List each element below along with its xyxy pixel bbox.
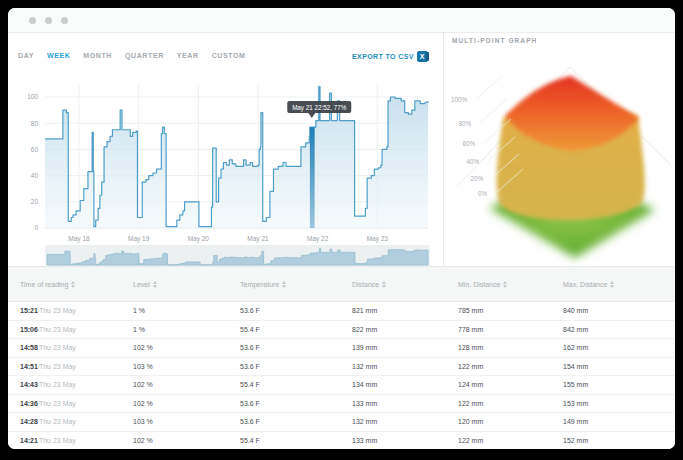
surface-z-label: 40% xyxy=(466,158,479,165)
cell-min-distance: 785 mm xyxy=(458,307,563,314)
y-axis-label: 60 xyxy=(31,146,39,153)
sort-icon[interactable] xyxy=(503,281,507,288)
readings-table: Time of reading Level Temperature Distan… xyxy=(8,266,675,449)
cell-max-distance: 152 mm xyxy=(563,437,675,444)
cell-max-distance: 155 mm xyxy=(563,381,675,388)
window-titlebar xyxy=(8,8,675,33)
tab-year[interactable]: YEAR xyxy=(177,52,199,59)
cell-temperature: 53.6 F xyxy=(240,344,352,351)
cell-level: 102 % xyxy=(133,437,240,444)
x-axis-label: May 20 xyxy=(188,235,210,243)
cell-distance: 821 mm xyxy=(352,307,458,314)
cell-distance: 133 mm xyxy=(352,400,458,407)
surface-z-label: 0% xyxy=(478,190,488,197)
app-window: DAY WEEK MONTH QUARTER YEAR CUSTOM EXPOR… xyxy=(8,8,675,449)
sort-icon[interactable] xyxy=(153,281,157,288)
tab-week[interactable]: WEEK xyxy=(47,52,70,59)
area-series-outline xyxy=(45,87,428,227)
table-row[interactable]: 14:36Thu 23 May102 %53.6 F133 mm122 mm15… xyxy=(8,395,675,414)
cell-max-distance: 154 mm xyxy=(563,363,675,370)
surface-z-label: 60% xyxy=(462,140,475,147)
cell-temperature: 55.4 F xyxy=(240,381,352,388)
cell-min-distance: 122 mm xyxy=(458,400,563,407)
cell-distance: 133 mm xyxy=(352,437,458,444)
sort-icon[interactable] xyxy=(610,281,614,288)
close-button[interactable] xyxy=(29,17,36,24)
chart-overview-brush[interactable] xyxy=(45,245,430,267)
cell-max-distance: 842 mm xyxy=(563,326,675,333)
cell-time-of-reading: 14:51Thu 23 May xyxy=(20,363,133,370)
selected-data-bar[interactable] xyxy=(310,127,315,228)
cell-max-distance: 840 mm xyxy=(563,307,675,314)
surface-z-label: 80% xyxy=(458,120,471,127)
area-series xyxy=(45,87,428,228)
cell-temperature: 53.6 F xyxy=(240,400,352,407)
column-header-max-distance[interactable]: Max. Distance xyxy=(563,281,675,288)
cell-temperature: 53.6 F xyxy=(240,418,352,425)
cell-max-distance: 149 mm xyxy=(563,418,675,425)
cell-distance: 132 mm xyxy=(352,363,458,370)
y-axis-label: 80 xyxy=(31,120,39,127)
x-axis-label: May 23 xyxy=(367,235,389,243)
sort-icon[interactable] xyxy=(382,281,386,288)
cell-min-distance: 124 mm xyxy=(458,381,563,388)
week-area-chart[interactable]: 020406080100May 18May 19May 20May 21May … xyxy=(8,72,443,244)
cell-level: 1 % xyxy=(133,307,240,314)
cell-level: 102 % xyxy=(133,400,240,407)
table-row[interactable]: 14:43Thu 23 May102 %55.4 F134 mm124 mm15… xyxy=(8,376,675,395)
surface-z-label: 100% xyxy=(451,96,468,103)
minimize-button[interactable] xyxy=(45,17,52,24)
cell-time-of-reading: 14:58Thu 23 May xyxy=(20,344,133,351)
cell-level: 103 % xyxy=(133,363,240,370)
x-axis-label: May 18 xyxy=(68,235,90,243)
tab-month[interactable]: MONTH xyxy=(83,52,112,59)
cell-distance: 139 mm xyxy=(352,344,458,351)
cell-min-distance: 128 mm xyxy=(458,344,563,351)
cell-max-distance: 153 mm xyxy=(563,400,675,407)
table-row[interactable]: 15:06Thu 23 May1 %55.4 F822 mm778 mm842 … xyxy=(8,321,675,340)
table-row[interactable]: 14:21Thu 23 May102 %55.4 F133 mm122 mm15… xyxy=(8,432,675,450)
chart-tooltip: May 21 22:52, 77% xyxy=(287,101,351,118)
multi-point-graph-title: MULTI-POINT GRAPH xyxy=(452,37,537,44)
cell-time-of-reading: 14:28Thu 23 May xyxy=(20,418,133,425)
cell-distance: 132 mm xyxy=(352,418,458,425)
sort-icon[interactable] xyxy=(71,281,75,288)
column-header-distance[interactable]: Distance xyxy=(352,281,458,288)
multi-point-surface-chart: 100%80%60%40%20%0% xyxy=(443,50,675,266)
cell-temperature: 55.4 F xyxy=(240,437,352,444)
tab-quarter[interactable]: QUARTER xyxy=(125,52,164,59)
surface-z-label: 20% xyxy=(470,175,483,182)
cell-level: 102 % xyxy=(133,381,240,388)
cell-level: 103 % xyxy=(133,418,240,425)
cell-distance: 134 mm xyxy=(352,381,458,388)
tab-day[interactable]: DAY xyxy=(18,52,34,59)
maximize-button[interactable] xyxy=(61,17,68,24)
tab-custom[interactable]: CUSTOM xyxy=(212,52,246,59)
table-row[interactable]: 14:28Thu 23 May103 %53.6 F132 mm120 mm14… xyxy=(8,413,675,432)
cell-min-distance: 120 mm xyxy=(458,418,563,425)
excel-icon: X xyxy=(417,51,428,62)
table-row[interactable]: 15:21Thu 23 May1 %53.6 F821 mm785 mm840 … xyxy=(8,302,675,321)
cell-distance: 822 mm xyxy=(352,326,458,333)
sort-icon[interactable] xyxy=(282,281,286,288)
column-header-time[interactable]: Time of reading xyxy=(20,281,133,288)
cell-temperature: 55.4 F xyxy=(240,326,352,333)
export-to-csv-button[interactable]: EXPORT TO CSV X xyxy=(352,51,428,62)
tooltip-text: May 21 22:52, 77% xyxy=(292,104,347,112)
cell-time-of-reading: 15:21Thu 23 May xyxy=(20,307,133,314)
column-header-min-distance[interactable]: Min. Distance xyxy=(458,281,563,288)
x-axis-label: May 21 xyxy=(247,235,269,243)
cell-temperature: 53.6 F xyxy=(240,363,352,370)
table-row[interactable]: 14:58Thu 23 May102 %53.6 F139 mm128 mm16… xyxy=(8,339,675,358)
column-header-level[interactable]: Level xyxy=(133,281,240,288)
y-axis-label: 40 xyxy=(31,172,39,179)
cell-min-distance: 122 mm xyxy=(458,363,563,370)
cell-time-of-reading: 15:06Thu 23 May xyxy=(20,326,133,333)
cell-max-distance: 162 mm xyxy=(563,344,675,351)
table-row[interactable]: 14:51Thu 23 May103 %53.6 F132 mm122 mm15… xyxy=(8,358,675,377)
cell-min-distance: 122 mm xyxy=(458,437,563,444)
table-body: 15:21Thu 23 May1 %53.6 F821 mm785 mm840 … xyxy=(8,302,675,449)
export-to-csv-label: EXPORT TO CSV xyxy=(352,53,414,60)
column-header-temperature[interactable]: Temperature xyxy=(240,281,352,288)
cell-time-of-reading: 14:36Thu 23 May xyxy=(20,400,133,407)
